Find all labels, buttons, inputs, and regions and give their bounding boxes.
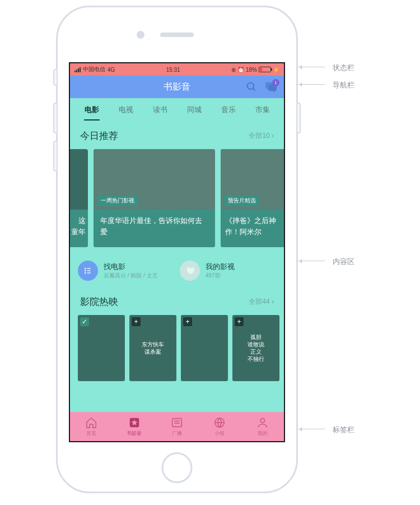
cinema-header: 影院热映 全部44 (70, 286, 284, 315)
phone-frame: 中国电信 4G 15:31 ⊕ ⏰ 18% ⚡ 书影音 1 (56, 6, 298, 493)
broadcast-icon (171, 416, 183, 429)
heart-icon (180, 261, 200, 281)
add-icon[interactable]: + (235, 317, 244, 326)
add-icon[interactable]: + (132, 317, 141, 326)
profile-icon (256, 416, 269, 429)
category-tab[interactable]: 同城 (177, 105, 211, 121)
annotation-content-area: 内容区 (333, 257, 354, 267)
tab-item[interactable]: 我的 (241, 416, 284, 437)
search-icon (246, 81, 257, 92)
card-title: 这 童年 (70, 210, 88, 247)
movie-poster[interactable]: ✓ (78, 315, 125, 381)
today-recommendation-header: 今日推荐 全部10 (70, 121, 284, 149)
annotation-arrow (298, 84, 325, 85)
annotation-tab-bar: 标签栏 (333, 425, 354, 435)
charging-icon: ⚡ (273, 67, 279, 73)
category-tab[interactable]: 音乐 (211, 105, 245, 121)
tab-label: 我的 (258, 430, 268, 437)
card-title: 年度华语片最佳，告诉你如何去爱 (94, 210, 215, 247)
movie-poster[interactable]: + (181, 315, 228, 381)
home-icon (85, 416, 97, 429)
nav-bar: 书影音 1 (70, 76, 284, 98)
category-tabs: 电影电视读书同城音乐市集 (70, 98, 284, 121)
page-title: 书影音 (164, 81, 190, 93)
find-movie-link[interactable]: 找电影 豆瓣高分 / 韩国 / 文艺 (78, 261, 174, 281)
section-more-link[interactable]: 全部44 (249, 297, 274, 307)
annotation-arrow (298, 67, 325, 67)
tab-bar: 首页书影音广播小组我的 (70, 412, 284, 441)
card-title: 《摔爸》之后神作！阿米尔 (221, 210, 284, 247)
card-tag: 预告片精选 (224, 195, 260, 206)
alarm-icon: ⏰ (237, 67, 244, 73)
chat-button[interactable]: 1 (265, 81, 277, 92)
card-tag: 一周热门影视 (97, 195, 138, 206)
search-button[interactable] (246, 81, 257, 92)
status-bar: 中国电信 4G 15:31 ⊕ ⏰ 18% ⚡ (70, 63, 284, 76)
poster-label: 孤胆 谁敢说 正义 不独行 (248, 333, 264, 363)
card-peek-left[interactable]: 这 童年 (70, 149, 88, 247)
recommendation-cards[interactable]: 这 童年 一周热门影视 年度华语片最佳，告诉你如何去爱 预告片精选 《摔爸》之后… (70, 149, 284, 247)
svg-point-0 (248, 83, 254, 90)
tab-label: 书影音 (127, 430, 142, 437)
section-title: 今日推荐 (80, 129, 118, 142)
front-camera (137, 31, 144, 39)
speaker-grill (160, 33, 194, 37)
quick-link-subtitle: 豆瓣高分 / 韩国 / 文艺 (104, 272, 158, 280)
volume-up-button (53, 103, 58, 133)
list-icon (78, 261, 98, 281)
content-area: 电影电视读书同城音乐市集 今日推荐 全部10 这 童年 一周热门影视 年度华语片… (70, 98, 284, 412)
movie-poster[interactable]: +孤胆 谁敢说 正义 不独行 (232, 315, 279, 381)
home-button[interactable] (162, 452, 193, 483)
volume-down-button (53, 141, 58, 172)
quick-link-title: 找电影 (104, 262, 158, 272)
tab-item[interactable]: 小组 (198, 416, 241, 437)
lock-rotation-icon: ⊕ (231, 67, 236, 73)
tab-label: 小组 (214, 430, 225, 437)
star-icon (128, 416, 141, 429)
recommendation-card[interactable]: 预告片精选 《摔爸》之后神作！阿米尔 (221, 149, 284, 247)
tab-item[interactable]: 首页 (70, 416, 113, 437)
svg-line-1 (253, 89, 255, 91)
annotation-status-bar: 状态栏 (333, 63, 354, 73)
carrier-label: 中国电信 (83, 66, 105, 73)
battery-icon (259, 67, 271, 72)
tab-label: 首页 (86, 430, 96, 437)
section-more-link[interactable]: 全部10 (249, 131, 274, 141)
section-title: 影院热映 (80, 295, 118, 308)
svg-rect-9 (172, 418, 182, 427)
notification-badge: 1 (272, 79, 279, 86)
quick-link-subtitle: 497部 (206, 272, 235, 280)
svg-point-6 (85, 272, 86, 273)
globe-icon (213, 416, 226, 429)
annotation-nav-bar: 导航栏 (333, 80, 354, 90)
silence-switch (53, 69, 58, 86)
movie-poster[interactable]: +东方快车 谋杀案 (129, 315, 176, 381)
poster-label: 东方快车 谋杀案 (142, 341, 164, 355)
check-icon[interactable]: ✓ (80, 317, 89, 326)
annotation-arrow (298, 429, 325, 429)
svg-point-4 (85, 270, 86, 271)
recommendation-card[interactable]: 一周热门影视 年度华语片最佳，告诉你如何去爱 (94, 149, 215, 247)
svg-point-13 (260, 418, 264, 422)
quick-links: 找电影 豆瓣高分 / 韩国 / 文艺 我的影视 497部 (78, 261, 276, 281)
my-media-link[interactable]: 我的影视 497部 (180, 261, 276, 281)
svg-point-2 (85, 268, 86, 268)
clock: 15:31 (166, 67, 180, 73)
battery-pct: 18% (246, 67, 257, 73)
add-icon[interactable]: + (183, 317, 192, 326)
screen: 中国电信 4G 15:31 ⊕ ⏰ 18% ⚡ 书影音 1 (69, 62, 285, 442)
network-label: 4G (108, 67, 115, 73)
tab-item[interactable]: 广播 (156, 416, 198, 437)
category-tab[interactable]: 电视 (109, 105, 143, 121)
card-image: 一周热门影视 (94, 149, 215, 210)
category-tab[interactable]: 电影 (74, 105, 109, 121)
signal-icon (74, 67, 81, 72)
cinema-posters[interactable]: ✓+东方快车 谋杀案++孤胆 谁敢说 正义 不独行 (70, 315, 284, 381)
category-tab[interactable]: 读书 (143, 105, 177, 121)
quick-link-title: 我的影视 (206, 262, 235, 272)
card-image: 预告片精选 (221, 149, 284, 210)
power-button (296, 103, 301, 133)
tab-item[interactable]: 书影音 (113, 416, 155, 437)
tab-label: 广播 (172, 430, 182, 437)
category-tab[interactable]: 市集 (245, 105, 279, 121)
